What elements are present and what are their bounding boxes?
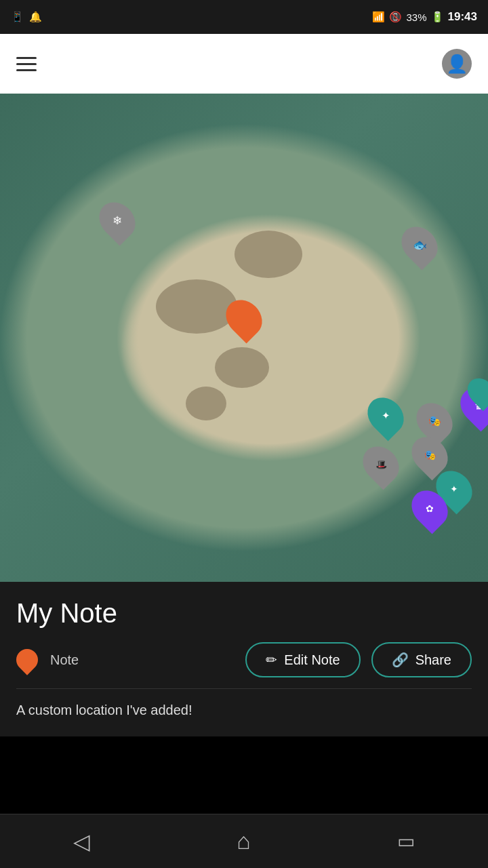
- home-button[interactable]: ⌂: [237, 828, 251, 854]
- note-pin-dot: [12, 644, 42, 675]
- battery-percentage: 33%: [406, 12, 426, 23]
- pin-gray-hat[interactable]: 🎩: [365, 445, 397, 484]
- hat-icon: 🎩: [375, 459, 386, 470]
- edit-note-label: Edit Note: [284, 652, 340, 668]
- note-type-indicator: Note: [16, 649, 79, 671]
- drama-icon: 🎭: [428, 415, 441, 427]
- fish-icon: 🐟: [413, 238, 427, 252]
- note-title: My Note: [16, 598, 472, 629]
- profile-avatar[interactable]: 👤: [442, 49, 472, 79]
- edit-icon: ✏: [266, 652, 277, 668]
- pin-gray-mask2[interactable]: 🎭: [413, 435, 446, 475]
- bottom-panel: My Note Note ✏ Edit Note 🔗 Share A custo…: [0, 582, 488, 736]
- star-icon-1: ✦: [381, 410, 390, 422]
- wifi-icon: 📶: [372, 11, 385, 23]
- phone-icon: 📱: [11, 11, 24, 23]
- note-type-label: Note: [50, 652, 79, 668]
- main-location-pin[interactable]: [228, 298, 260, 338]
- star-icon-2: ✦: [450, 484, 458, 494]
- nav-bar: ◁ ⌂ ▭: [0, 814, 488, 868]
- pin-purple-flower[interactable]: ✿: [413, 489, 446, 528]
- snowflake-icon: ❄: [113, 214, 122, 228]
- status-bar: 📱 🔔 📶 📵 33% 🔋 19:43: [0, 0, 488, 34]
- island-patch-1: [156, 279, 237, 334]
- island-patch-3: [186, 387, 226, 420]
- pin-gray-drama[interactable]: 🎭: [418, 401, 451, 441]
- flower-icon: ✿: [426, 503, 434, 514]
- pin-right-fish[interactable]: 🐟: [403, 225, 436, 264]
- share-label: Share: [415, 652, 451, 668]
- share-button[interactable]: 🔗 Share: [371, 642, 472, 677]
- recent-apps-button[interactable]: ▭: [397, 830, 415, 852]
- share-icon: 🔗: [392, 652, 409, 668]
- mask-icon: 🎭: [424, 450, 435, 460]
- signal-icon: 📵: [389, 11, 402, 23]
- notification-icon: 🔔: [29, 11, 42, 23]
- edit-note-button[interactable]: ✏ Edit Note: [245, 642, 360, 677]
- note-actions-row: Note ✏ Edit Note 🔗 Share: [16, 642, 472, 677]
- back-button[interactable]: ◁: [73, 829, 90, 854]
- clock: 19:43: [448, 10, 477, 24]
- status-right-icons: 📶 📵 33% 🔋 19:43: [372, 10, 477, 24]
- battery-icon: 🔋: [431, 11, 444, 23]
- island-patch-2: [215, 347, 269, 388]
- menu-button[interactable]: [16, 57, 37, 71]
- pin-teal-1[interactable]: ✦: [369, 396, 402, 435]
- map-view[interactable]: ❄ 🐟 ✦ 🎭 ♛ 🎩 🎭: [0, 94, 488, 582]
- divider: [16, 688, 472, 689]
- island-patch-4: [235, 231, 302, 278]
- account-icon: 👤: [446, 54, 468, 75]
- status-left-icons: 📱 🔔: [11, 11, 42, 23]
- top-header: 👤: [0, 34, 488, 94]
- pin-top-left[interactable]: ❄: [101, 201, 134, 240]
- note-description: A custom location I've added!: [16, 700, 472, 726]
